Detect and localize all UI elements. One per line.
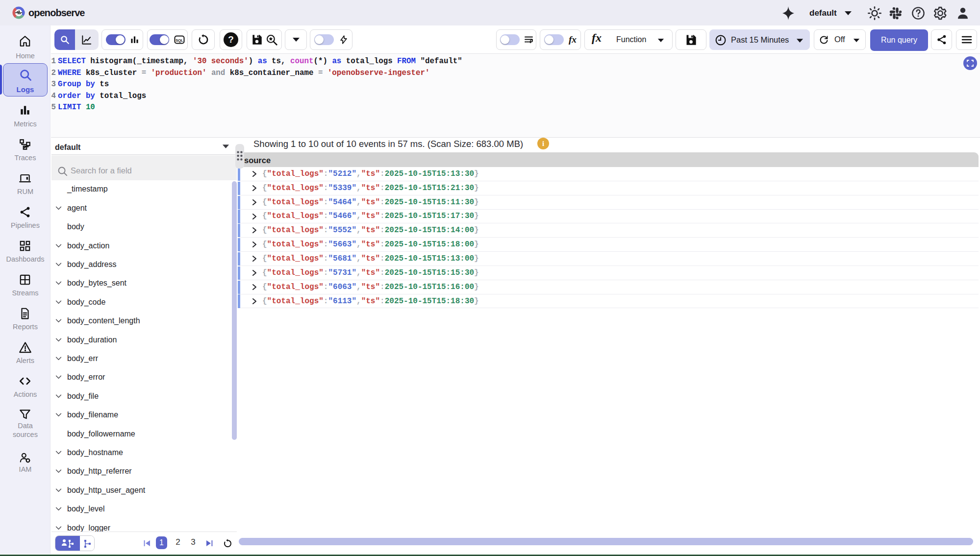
svg-text:SQL: SQL: [176, 38, 183, 43]
